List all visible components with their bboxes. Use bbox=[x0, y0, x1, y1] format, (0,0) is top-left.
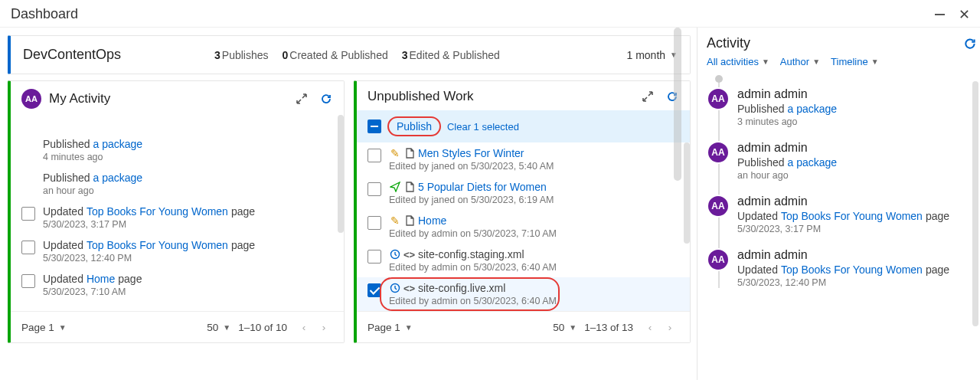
stat-created: 0Created & Published bbox=[283, 49, 388, 61]
file-icon bbox=[403, 215, 415, 227]
avatar: AA bbox=[707, 141, 730, 164]
timeline-user: admin admin bbox=[737, 87, 977, 101]
item-link[interactable]: Top Books For Young Women bbox=[87, 239, 228, 251]
chevron-down-icon: ▼ bbox=[569, 323, 577, 332]
selection-bar: Publish Clear 1 selected bbox=[357, 110, 690, 142]
chevron-down-icon: ▼ bbox=[762, 57, 769, 66]
scrollbar[interactable] bbox=[972, 81, 978, 326]
timeline-item: AA admin admin Updated Top Books For You… bbox=[722, 248, 977, 288]
filter-all-activities[interactable]: All activities▼ bbox=[707, 56, 769, 67]
code-icon: <> bbox=[403, 249, 415, 260]
code-icon: <> bbox=[403, 283, 415, 294]
timeline-link[interactable]: Top Books For Young Women bbox=[781, 210, 923, 222]
item-meta: Edited by janed on 5/30/2023, 5:40 AM bbox=[389, 161, 679, 172]
select-all-checkbox[interactable] bbox=[368, 119, 381, 133]
refresh-button[interactable] bbox=[963, 37, 977, 51]
refresh-button[interactable] bbox=[319, 92, 333, 106]
prev-page-button[interactable]: ‹ bbox=[295, 318, 313, 336]
page-selector[interactable]: Page 1▼ bbox=[368, 322, 413, 333]
clock-icon bbox=[389, 283, 400, 294]
expand-button[interactable] bbox=[641, 90, 655, 103]
item-meta: 5/30/2023, 12:40 PM bbox=[43, 253, 333, 264]
avatar: AA bbox=[21, 89, 41, 109]
publish-button[interactable]: Publish bbox=[387, 116, 441, 136]
timeline-meta: an hour ago bbox=[737, 170, 977, 181]
item-checkbox[interactable] bbox=[368, 250, 381, 264]
item-link[interactable]: Home bbox=[418, 214, 446, 227]
item-link[interactable]: a package bbox=[93, 172, 143, 184]
item-checkbox[interactable] bbox=[21, 207, 35, 221]
item-meta: 5/30/2023, 7:10 AM bbox=[43, 286, 333, 297]
scrollbar[interactable] bbox=[674, 28, 681, 181]
avatar: AA bbox=[707, 87, 730, 110]
timeline-start-dot bbox=[715, 75, 723, 83]
chevron-down-icon: ▼ bbox=[59, 323, 67, 332]
plane-icon bbox=[389, 182, 400, 193]
page-size-selector[interactable]: 50▼ bbox=[207, 322, 230, 333]
next-page-button[interactable]: › bbox=[661, 318, 679, 336]
timeline-item: AA admin admin Published a package an ho… bbox=[722, 141, 977, 181]
item-checkbox[interactable] bbox=[21, 274, 35, 288]
prev-page-button[interactable]: ‹ bbox=[641, 318, 659, 336]
stat-publishes: 3Publishes bbox=[214, 49, 269, 61]
chevron-down-icon: ▼ bbox=[405, 323, 413, 332]
work-item: <> site-config.live.xml Edited by admin … bbox=[357, 277, 690, 311]
chevron-down-icon: ▼ bbox=[223, 323, 230, 332]
item-meta: Edited by janed on 5/30/2023, 6:19 AM bbox=[389, 195, 679, 205]
work-item: 5 Popular Diets for Women Edited by jane… bbox=[357, 176, 690, 210]
timeline-meta: 5/30/2023, 12:40 PM bbox=[737, 277, 977, 288]
chevron-down-icon: ▼ bbox=[812, 57, 820, 66]
item-checkbox[interactable] bbox=[21, 241, 35, 254]
expand-button[interactable] bbox=[295, 92, 309, 106]
chevron-down-icon: ▼ bbox=[871, 57, 879, 66]
item-checkbox[interactable] bbox=[368, 149, 381, 162]
panel-footer: Page 1▼ 50▼ 1–10 of 10 ‹ › bbox=[11, 311, 344, 342]
window-controls bbox=[934, 9, 969, 20]
item-link[interactable]: Home bbox=[87, 273, 115, 285]
project-name: DevContentOps bbox=[23, 47, 214, 63]
scrollbar[interactable] bbox=[338, 115, 344, 233]
stat-edited: 3Edited & Published bbox=[402, 49, 500, 61]
close-button[interactable] bbox=[959, 9, 969, 20]
titlebar: Dashboard bbox=[0, 0, 980, 28]
item-checkbox[interactable] bbox=[368, 216, 381, 230]
timeline-item: AA admin admin Published a package 3 min… bbox=[722, 87, 977, 127]
next-page-button[interactable]: › bbox=[315, 318, 333, 336]
item-meta: Edited by admin on 5/30/2023, 7:10 AM bbox=[389, 228, 679, 239]
work-item: ✎ Men Styles For Winter Edited by janed … bbox=[357, 142, 690, 176]
activity-item: Published a package an hour ago bbox=[11, 167, 344, 201]
item-meta: 4 minutes ago bbox=[43, 152, 333, 162]
avatar: AA bbox=[707, 195, 730, 218]
work-item: <> site-config.staging.xml Edited by adm… bbox=[357, 244, 690, 277]
clear-selection-button[interactable]: Clear 1 selected bbox=[447, 121, 519, 133]
item-link[interactable]: a package bbox=[93, 138, 143, 150]
item-link[interactable]: Top Books For Young Women bbox=[87, 205, 228, 218]
item-link[interactable]: Men Styles For Winter bbox=[418, 147, 524, 159]
filter-author[interactable]: Author▼ bbox=[780, 56, 820, 67]
range-selector[interactable]: 1 month▼ bbox=[627, 49, 678, 61]
item-checkbox[interactable] bbox=[368, 182, 381, 196]
page-selector[interactable]: Page 1▼ bbox=[21, 322, 67, 333]
item-link[interactable]: 5 Popular Diets for Women bbox=[418, 181, 547, 193]
filter-timeline[interactable]: Timeline▼ bbox=[831, 56, 879, 67]
page-size-selector[interactable]: 50▼ bbox=[553, 322, 577, 333]
work-item: ✎ Home Edited by admin on 5/30/2023, 7:1… bbox=[357, 210, 690, 244]
timeline-link[interactable]: a package bbox=[788, 103, 838, 115]
item-checkbox[interactable] bbox=[368, 283, 381, 297]
timeline-user: admin admin bbox=[737, 141, 977, 155]
item-text: site-config.staging.xml bbox=[418, 248, 524, 260]
activity-timeline: AA admin admin Published a package 3 min… bbox=[707, 75, 977, 288]
timeline-link[interactable]: a package bbox=[788, 156, 838, 169]
my-activity-panel: AA My Activity Published a package bbox=[8, 80, 345, 343]
page-range: 1–13 of 13 bbox=[584, 322, 633, 333]
unpublished-panel: Unpublished Work Publish Clear 1 selecte… bbox=[354, 80, 691, 343]
item-meta: Edited by admin on 5/30/2023, 6:40 AM bbox=[389, 262, 679, 273]
minimize-button[interactable] bbox=[934, 9, 945, 20]
item-meta: an hour ago bbox=[43, 185, 333, 196]
activity-title: Activity bbox=[707, 35, 750, 51]
timeline-user: admin admin bbox=[737, 248, 977, 262]
window-title: Dashboard bbox=[11, 6, 78, 22]
scrollbar[interactable] bbox=[684, 142, 690, 244]
item-text: site-config.live.xml bbox=[418, 282, 505, 294]
timeline-link[interactable]: Top Books For Young Women bbox=[781, 264, 923, 276]
